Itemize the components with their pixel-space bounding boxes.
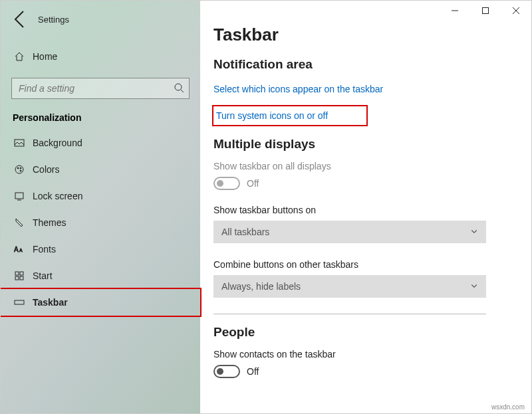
toggle-show-all-displays: [213, 177, 240, 190]
combo-value: Always, hide labels: [221, 281, 301, 292]
sidebar-item-fonts[interactable]: AA Fonts: [1, 236, 200, 262]
combo-combine-buttons[interactable]: Always, hide labels: [213, 275, 486, 298]
svg-point-0: [175, 84, 182, 90]
sidebar-item-label: Colors: [33, 164, 59, 175]
link-system-icons[interactable]: Turn system icons on or off: [213, 106, 366, 125]
close-button[interactable]: [501, 1, 531, 21]
sidebar-item-start[interactable]: Start: [1, 262, 200, 289]
toggle-show-all-displays-state: Off: [247, 178, 259, 189]
sidebar-home[interactable]: Home: [1, 43, 200, 70]
toggle-show-contacts-state: Off: [247, 366, 259, 377]
category-heading: Personalization: [13, 112, 200, 123]
svg-rect-9: [15, 272, 19, 275]
sidebar-item-label: Fonts: [33, 244, 56, 255]
sidebar-item-background[interactable]: Background: [1, 130, 200, 156]
fonts-icon: AA: [14, 244, 33, 255]
home-label: Home: [33, 51, 57, 62]
combo-show-buttons-on[interactable]: All taskbars: [213, 221, 486, 243]
sidebar-item-label: Background: [33, 138, 82, 148]
sidebar-item-label: Lock screen: [33, 191, 82, 201]
chevron-down-icon: [470, 227, 478, 237]
svg-rect-13: [15, 300, 24, 304]
svg-text:A: A: [19, 248, 23, 253]
picture-icon: [14, 138, 33, 148]
label-combine-buttons: Combine buttons on other taskbars: [213, 259, 531, 270]
themes-icon: [14, 217, 33, 228]
svg-rect-6: [15, 193, 23, 199]
chevron-down-icon: [470, 281, 478, 292]
section-heading-people: People: [213, 325, 531, 340]
search-icon: [174, 82, 184, 96]
svg-rect-11: [15, 276, 19, 280]
label-show-all-displays: Show taskbar on all displays: [213, 161, 531, 171]
main-content: Taskbar Notification area Select which i…: [200, 1, 531, 413]
sidebar-item-label: Themes: [33, 217, 66, 228]
svg-rect-1: [15, 140, 24, 146]
home-icon: [14, 51, 33, 62]
svg-point-2: [15, 165, 23, 173]
svg-rect-14: [483, 8, 489, 14]
label-show-contacts: Show contacts on the taskbar: [213, 349, 531, 360]
sidebar-item-lockscreen[interactable]: Lock screen: [1, 183, 200, 209]
svg-point-5: [20, 170, 21, 171]
page-title: Taskbar: [213, 25, 531, 45]
toggle-show-contacts[interactable]: [213, 365, 240, 378]
section-heading-notification: Notification area: [213, 57, 531, 72]
sidebar-item-label: Taskbar: [33, 297, 68, 308]
sidebar: Settings Home Personalization Background: [1, 1, 200, 413]
svg-point-3: [17, 167, 19, 169]
svg-rect-12: [20, 276, 23, 280]
maximize-button[interactable]: [470, 1, 501, 21]
taskbar-icon: [14, 297, 33, 308]
search-container: [11, 78, 190, 99]
svg-point-4: [20, 167, 21, 169]
link-select-icons[interactable]: Select which icons appear on the taskbar: [213, 81, 531, 97]
start-icon: [14, 270, 33, 281]
watermark: wsxdn.com: [491, 403, 525, 411]
svg-text:A: A: [14, 246, 19, 253]
titlebar: [1, 1, 531, 22]
minimize-button[interactable]: [440, 1, 470, 21]
sidebar-item-taskbar[interactable]: Taskbar: [1, 289, 200, 316]
section-divider: [213, 314, 486, 314]
combo-value: All taskbars: [221, 227, 269, 237]
section-heading-multiple-displays: Multiple displays: [213, 137, 531, 152]
palette-icon: [14, 164, 33, 175]
label-show-buttons-on: Show taskbar buttons on: [213, 205, 531, 215]
svg-rect-10: [20, 272, 23, 275]
lockscreen-icon: [14, 191, 33, 201]
sidebar-item-themes[interactable]: Themes: [1, 209, 200, 236]
search-input[interactable]: [11, 78, 190, 99]
sidebar-item-label: Start: [33, 270, 53, 281]
sidebar-item-colors[interactable]: Colors: [1, 156, 200, 183]
